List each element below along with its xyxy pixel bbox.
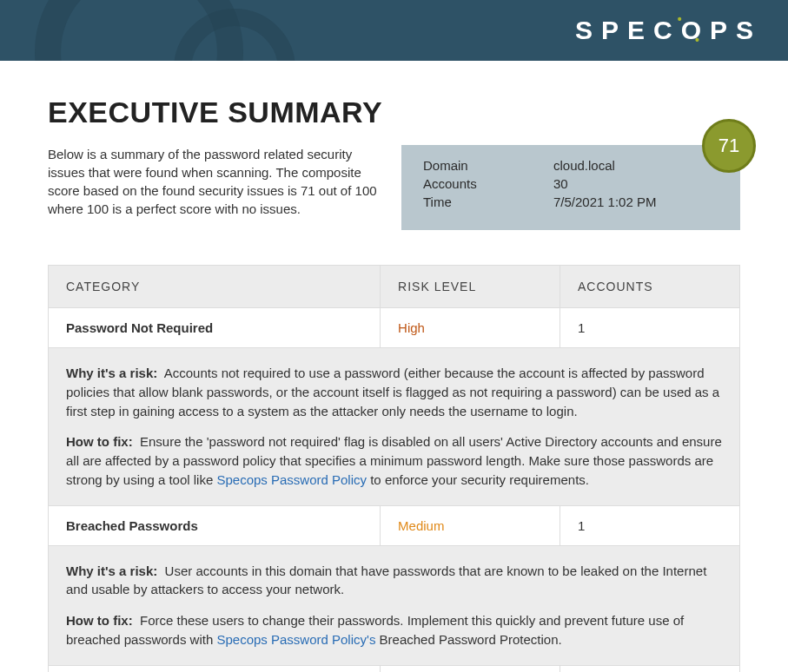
header-banner: SPECOPS [0, 0, 788, 61]
accounts-cell: 1 [560, 505, 740, 545]
content-area: EXECUTIVE SUMMARY Below is a summary of … [0, 61, 788, 672]
info-row-accounts: Accounts 30 [423, 176, 718, 191]
fix-label: How to fix: [66, 434, 133, 449]
why-paragraph: Why it's a risk: Accounts not required t… [66, 364, 722, 420]
info-label-accounts: Accounts [423, 176, 553, 191]
risk-cell: High [381, 308, 560, 348]
table-row: Identical PasswordsMedium9 [49, 665, 740, 672]
fix-paragraph: How to fix: Ensure the 'password not req… [66, 432, 722, 489]
th-risk: RISK LEVEL [381, 266, 560, 308]
score-badge: 71 [702, 119, 756, 173]
why-label: Why it's a risk: [66, 563, 157, 578]
risk-cell: Medium [381, 665, 560, 672]
info-value-accounts: 30 [553, 176, 568, 191]
accounts-cell: 1 [560, 308, 740, 348]
th-accounts: ACCOUNTS [560, 266, 740, 308]
fix-label: How to fix: [66, 613, 133, 628]
fix-link[interactable]: Specops Password Policy's [216, 632, 375, 647]
summary-top-row: Below is a summary of the password relat… [48, 145, 740, 230]
table-header-row: CATEGORY RISK LEVEL ACCOUNTS [49, 266, 740, 308]
risk-cell: Medium [381, 505, 560, 545]
info-row-domain: Domain cloud.local [423, 158, 718, 173]
info-label-domain: Domain [423, 158, 553, 173]
detail-cell: Why it's a risk: Accounts not required t… [49, 348, 740, 506]
table-detail-row: Why it's a risk: User accounts in this d… [49, 545, 740, 665]
why-paragraph: Why it's a risk: User accounts in this d… [66, 562, 722, 600]
brand-logo: SPECOPS [575, 16, 762, 45]
info-value-domain: cloud.local [553, 158, 615, 173]
category-cell: Password Not Required [49, 308, 381, 348]
th-category: CATEGORY [49, 266, 381, 308]
table-row: Breached PasswordsMedium1 [49, 505, 740, 545]
info-row-time: Time 7/5/2021 1:02 PM [423, 194, 718, 209]
fix-paragraph: How to fix: Force these users to change … [66, 611, 722, 649]
why-label: Why it's a risk: [66, 366, 157, 380]
info-label-time: Time [423, 194, 553, 209]
table-row: Password Not RequiredHigh1 [49, 308, 740, 348]
category-cell: Identical Passwords [49, 665, 381, 672]
category-cell: Breached Passwords [49, 505, 381, 545]
fix-link[interactable]: Specops Password Policy [216, 472, 367, 487]
detail-cell: Why it's a risk: User accounts in this d… [49, 545, 740, 665]
intro-text: Below is a summary of the password relat… [48, 145, 393, 230]
page-title: EXECUTIVE SUMMARY [48, 96, 740, 129]
accounts-cell: 9 [560, 665, 740, 672]
risk-table: CATEGORY RISK LEVEL ACCOUNTS Password No… [48, 265, 740, 672]
info-value-time: 7/5/2021 1:02 PM [553, 194, 656, 209]
info-box: 71 Domain cloud.local Accounts 30 Time 7… [401, 145, 740, 230]
table-detail-row: Why it's a risk: Accounts not required t… [49, 348, 740, 506]
